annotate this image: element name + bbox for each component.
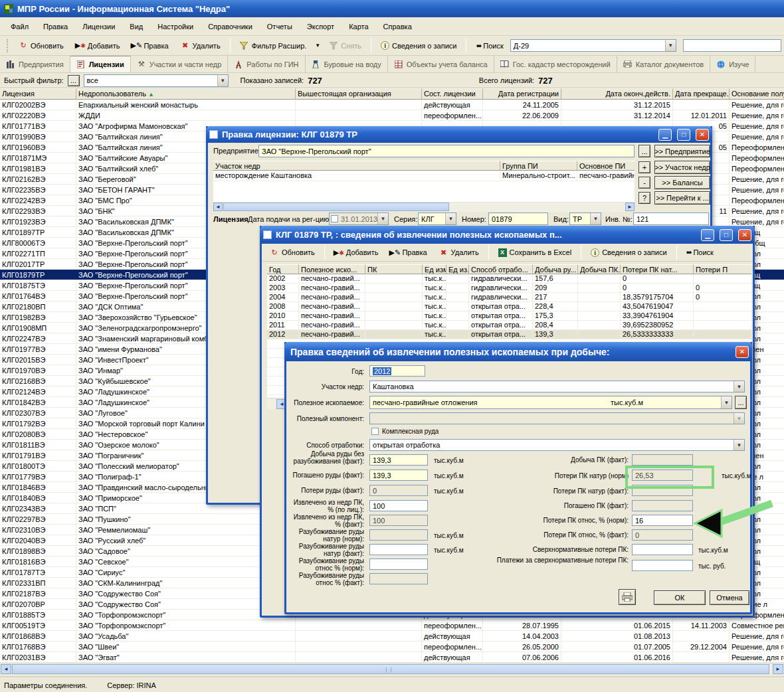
year-field[interactable]: 2012 — [369, 365, 425, 377]
component-combobox[interactable]: ▼ — [369, 412, 745, 424]
print-button[interactable] — [619, 589, 636, 605]
col-loss2[interactable]: Потери П — [694, 264, 751, 274]
add-button[interactable]: ▶✱Добавить — [70, 39, 126, 52]
goto-other-button[interactable]: >> Перейти к ... — [654, 191, 710, 205]
col-year[interactable]: Год — [267, 264, 299, 274]
area-remove-button[interactable]: - — [638, 177, 650, 189]
extraction-row[interactable]: 2004 песчано-гравий... тыс.к... гидравли… — [267, 293, 751, 302]
extracted-lic-field[interactable]: 100 — [369, 500, 428, 511]
tab-water-wells[interactable]: Буровые на воду — [306, 56, 388, 73]
enterprise-field[interactable]: ЗАО "Верхне-Прегольский порт" — [258, 145, 635, 157]
menu-edit[interactable]: Правка — [37, 21, 74, 33]
extraction-row[interactable]: 2002 песчано-гравий... тыс.к... гидравли… — [267, 274, 751, 284]
add-button[interactable]: ▶✱Добавить — [329, 246, 384, 260]
refresh-button[interactable]: ↻Обновить — [13, 39, 69, 52]
series-combobox[interactable]: КЛГ ▼ — [418, 213, 456, 225]
chevron-down-icon[interactable]: ▼ — [665, 40, 676, 51]
column-header-license[interactable]: Лицензия — [0, 88, 76, 100]
minimize-icon[interactable]: ▁ — [658, 129, 672, 141]
edit-dialog-titlebar[interactable]: Правка сведений об извлечении полезных и… — [284, 342, 752, 361]
grid-col-group[interactable]: Группа ПИ — [500, 161, 577, 171]
table-row[interactable]: КЛГ00519ТЭ ЗАО "Торфопромэкспорт" переоф… — [0, 620, 784, 631]
extracted-fact-field[interactable]: 100 — [369, 515, 428, 526]
tab-subsoil-areas[interactable]: ⚒Участки и части недр — [131, 56, 229, 73]
extraction-row[interactable]: 2010 песчано-гравий... тыс.к... открытая… — [267, 311, 751, 321]
goto-balances-button[interactable]: >> Балансы — [654, 176, 710, 189]
menu-view[interactable]: Вид — [123, 21, 149, 33]
save-excel-button[interactable]: XСохранить в Excel — [493, 246, 577, 260]
delete-button[interactable]: ✖Удалить — [434, 246, 484, 260]
ore-mined-field[interactable]: 139,3 — [369, 454, 428, 466]
tab-balance-objects[interactable]: Объекты учета баланса — [388, 56, 494, 73]
mineral-combobox[interactable]: песчано-гравийные отложения тыс.куб.м ▼ — [369, 396, 732, 409]
pk-loss-rel-fact-field[interactable]: 0 — [632, 529, 693, 541]
pk-mined-field[interactable] — [632, 454, 693, 466]
dilution-rel-fact-field[interactable] — [369, 573, 428, 584]
col-method[interactable]: Способ отрабо... — [469, 264, 533, 274]
chevron-down-icon[interactable]: ▼ — [590, 213, 601, 224]
complex-ore-checkbox[interactable] — [371, 428, 379, 435]
close-icon[interactable]: ✕ — [735, 346, 749, 358]
menu-map[interactable]: Карта — [342, 21, 375, 33]
column-header-stop-date[interactable]: Дата прекраще... — [673, 88, 730, 100]
area-add-button[interactable]: + — [638, 161, 650, 173]
table-row[interactable]: КЛГ01768ВЭ ЗАО "Швеи" переоформлен... 26… — [0, 642, 784, 652]
tab-study[interactable]: Изуче — [710, 56, 755, 73]
delete-button[interactable]: ✖Удалить — [175, 39, 226, 52]
column-header-org[interactable]: Вышестоящая организация — [296, 88, 422, 100]
column-header-reg-date[interactable]: Дата регистрации — [483, 88, 561, 100]
close-icon[interactable]: ✕ — [738, 229, 751, 241]
excess-loss-field[interactable] — [632, 544, 693, 555]
license-dialog-titlebar[interactable]: Правка лицензии: КЛГ 01879 ТР ▁ □ ✕ — [206, 126, 712, 143]
table-row[interactable]: КЛГ02031ВЭ ЗАО "Эгват" действующая 07.06… — [0, 652, 784, 663]
scroll-right-icon[interactable]: ► — [625, 203, 635, 211]
extraction-row[interactable]: 2008 песчано-гравий... тыс.к... открытая… — [267, 302, 751, 311]
tab-state-cadastre[interactable]: Гос. кадастр месторождений — [494, 56, 617, 73]
col-pk[interactable]: ПК — [365, 264, 423, 274]
pk-loss-rel-norm-field[interactable]: 16 — [632, 515, 693, 526]
chevron-down-icon[interactable]: ▼ — [734, 381, 744, 392]
ok-button[interactable]: ОК — [654, 590, 706, 605]
tab-document-catalog[interactable]: Каталог документов — [617, 56, 711, 73]
extraction-row[interactable]: 2011 песчано-гравий... тыс.к... открытая… — [267, 321, 751, 330]
excess-payments-field[interactable] — [632, 560, 693, 571]
col-ore[interactable]: Добыча ру... — [533, 264, 578, 274]
column-header-end-date[interactable]: Дата оконч.действ. — [561, 88, 673, 100]
method-combobox[interactable]: открытая отработка ▼ — [369, 439, 745, 451]
mineral-dots-button[interactable]: ... — [735, 396, 747, 409]
area-help-button[interactable]: ? — [638, 192, 650, 204]
refresh-button[interactable]: ↻Обновить — [264, 246, 320, 260]
chevron-down-icon[interactable]: ▼ — [734, 440, 744, 450]
enterprise-dots-button[interactable]: ... — [638, 145, 650, 157]
col-unit[interactable]: Ед изм — [423, 264, 446, 274]
scroll-right-icon[interactable]: ► — [773, 664, 783, 674]
dilution-nat-norm-field[interactable] — [369, 529, 428, 541]
chevron-down-icon[interactable]: ▼ — [377, 213, 388, 224]
menu-file[interactable]: Файл — [4, 21, 35, 33]
column-header-basis[interactable]: Основание получе — [730, 88, 784, 100]
tab-gin-works[interactable]: Работы по ГИН — [228, 56, 305, 73]
goto-area-button[interactable]: >> Участок недр — [654, 161, 710, 174]
close-icon[interactable]: ✕ — [696, 129, 709, 141]
record-info-button[interactable]: iСведения о записи — [585, 246, 672, 260]
chevron-down-icon[interactable]: ▼ — [721, 396, 732, 408]
goto-enterprise-button[interactable]: >> Предприятие — [654, 145, 710, 157]
menu-help[interactable]: Справка — [377, 21, 419, 33]
filter-dropdown-button[interactable]: ▼ — [313, 40, 322, 51]
col-pk-fact[interactable]: Добыча ПК... — [578, 264, 621, 274]
checkbox-icon[interactable] — [331, 215, 338, 222]
menu-export[interactable]: Экспорт — [300, 21, 341, 33]
maximize-icon[interactable]: □ — [677, 129, 690, 141]
extraction-dialog-titlebar[interactable]: КЛГ 01879 ТР, : сведения об извлечении п… — [260, 226, 755, 244]
col-loss-nat[interactable]: Потери ПК нат... — [621, 264, 694, 274]
menu-licenses[interactable]: Лицензии — [76, 21, 122, 33]
kind-combobox[interactable]: ТР ▼ — [569, 213, 601, 225]
search-combobox[interactable]: Д-29 ▼ — [510, 39, 676, 52]
quick-filter-more-button[interactable]: ... — [68, 75, 80, 86]
inv-field[interactable]: 121 — [633, 213, 709, 225]
search-button[interactable]: ●●Поиск — [470, 39, 508, 52]
search-extra-field[interactable] — [683, 39, 781, 52]
dilution-nat-fact-field[interactable] — [369, 544, 428, 555]
scroll-left-icon[interactable]: ◄ — [1, 664, 11, 674]
scrollbar-thumb[interactable] — [12, 664, 769, 674]
